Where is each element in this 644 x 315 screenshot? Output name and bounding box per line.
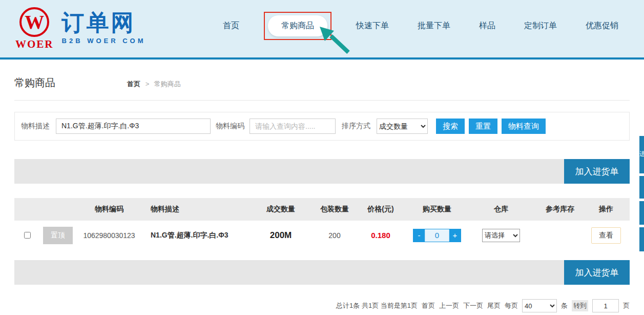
site-name: 订单网 [62,10,146,35]
logo-woer-text: WOER [15,38,54,51]
warehouse-select[interactable]: 请选择 [482,229,520,242]
header-price: 价格(元) [358,205,404,214]
header-warehouse: 仓库 [470,205,532,214]
page-title: 常购商品 [14,76,55,90]
pagination-summary: 总计1条 共1页 当前是第1页 [336,301,418,310]
reset-button[interactable]: 重置 [469,119,497,134]
header-deal-qty: 成交数量 [250,205,311,214]
quantity-stepper: - + [413,229,461,242]
header-desc: 物料描述 [142,205,250,214]
sort-select[interactable]: 成交数量 [377,119,428,134]
header-pack-qty: 包装数量 [311,205,358,214]
pagination: 总计1条 共1页 当前是第1页 首页 上一页 下一页 尾页 每页 40 条 转到… [14,299,630,312]
nav-item-promotions[interactable]: 优惠促销 [586,21,618,31]
material-code-label: 物料编码 [216,122,244,131]
per-page-unit: 条 [561,301,568,310]
add-to-cart-button-bottom[interactable]: 加入进货单 [564,260,630,285]
logo-w-letter: W [25,12,44,32]
quantity-plus-button[interactable]: + [449,229,461,242]
nav-item-quick-order[interactable]: 快速下单 [356,21,389,31]
cell-deal-qty: 200M [250,230,311,241]
site-subtitle: B2B WOER COM [62,37,146,45]
quantity-input[interactable] [425,229,449,242]
main-nav: 首页 常购商品 快速下单 批量下单 样品 定制订单 优惠促销 [223,0,618,51]
woer-logo-icon: W WOER [15,7,54,51]
top-action-bar: 加入进货单 [14,159,630,184]
floating-side-menu: 进 [639,136,644,254]
pagination-first[interactable]: 首页 [422,301,435,310]
cell-pack-qty: 200 [311,231,358,240]
nav-item-home[interactable]: 首页 [223,21,239,31]
breadcrumb-current: 常购商品 [154,80,181,88]
product-table: 物料编码 物料描述 成交数量 包装数量 价格(元) 购买数量 仓库 参考库存 操… [14,198,630,250]
cell-material-code: 1062980030123 [76,231,142,240]
sort-label: 排序方式 [342,122,370,131]
add-to-cart-button-top[interactable]: 加入进货单 [564,159,630,184]
row-checkbox[interactable] [24,232,31,239]
bottom-action-bar: 加入进货单 [14,260,630,285]
nav-item-sample[interactable]: 样品 [479,21,495,31]
material-code-input[interactable] [250,119,336,134]
floating-menu-item[interactable] [639,201,644,225]
per-page-select[interactable]: 40 [522,299,557,312]
cell-price: 0.180 [358,231,404,240]
nav-item-custom-order[interactable]: 定制订单 [524,21,557,31]
material-desc-label: 物料描述 [21,122,50,131]
floating-menu-item[interactable]: 进 [639,136,644,173]
nav-item-batch-order[interactable]: 批量下单 [418,21,450,31]
floating-menu-item[interactable] [639,227,644,251]
goto-page-unit: 页 [623,301,630,310]
filter-panel: 物料描述 物料编码 排序方式 成交数量 搜索 重置 物料查询 [14,112,630,141]
logo-circle-icon: W [19,7,49,37]
material-desc-input[interactable] [56,119,211,134]
table-header-row: 物料编码 物料描述 成交数量 包装数量 价格(元) 购买数量 仓库 参考库存 操… [14,198,630,221]
header-code: 物料编码 [76,205,142,214]
header-buy-qty: 购买数量 [404,205,470,214]
breadcrumb-home[interactable]: 首页 [127,80,140,88]
goto-page-input[interactable] [592,299,619,312]
table-row: 置顶 1062980030123 N1.G管.超薄.印字.白.Φ3 200M 2… [14,221,630,250]
goto-label: 转到 [572,300,588,311]
per-page-label: 每页 [505,301,518,310]
logo[interactable]: W WOER 订单网 B2B WOER COM [15,7,146,51]
material-query-button[interactable]: 物料查询 [502,119,546,134]
page-head: 常购商品 首页 > 常购商品 [14,76,630,101]
cell-material-desc: N1.G管.超薄.印字.白.Φ3 [142,231,250,240]
header-operation: 操作 [588,205,624,214]
floating-menu-item[interactable] [639,176,644,199]
search-button[interactable]: 搜索 [436,119,465,134]
annotation-arrow-icon [319,26,351,55]
breadcrumb: 首页 > 常购商品 [127,80,181,89]
pagination-prev[interactable]: 上一页 [439,301,459,310]
pin-top-button[interactable]: 置顶 [43,227,73,244]
view-button[interactable]: 查看 [591,227,621,244]
pagination-next[interactable]: 下一页 [463,301,483,310]
header: W WOER 订单网 B2B WOER COM 首页 常购商品 快速下单 批量下… [0,0,644,60]
pagination-last[interactable]: 尾页 [487,301,501,310]
header-ref-stock: 参考库存 [532,205,588,214]
breadcrumb-separator: > [146,80,150,88]
quantity-minus-button[interactable]: - [413,229,425,242]
